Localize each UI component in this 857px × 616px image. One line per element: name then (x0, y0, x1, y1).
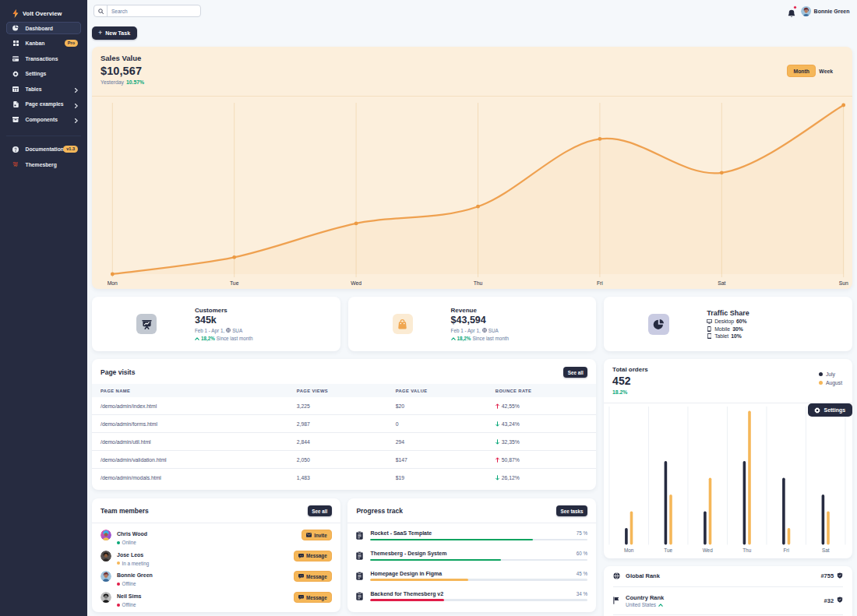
see-all-button[interactable]: See all (563, 367, 587, 378)
cell-bounce-rate: 26,12% (496, 469, 596, 487)
chat-icon (298, 554, 304, 558)
progress-bar (370, 579, 587, 581)
revenue-card: Revenue $43,594 Feb 1 - Apr 1, SUA 18,2%… (348, 297, 597, 351)
cell-page-name[interactable]: /demo/admin/validation.html (92, 451, 297, 469)
progress-name: Backend for Themesberg v2 (370, 591, 443, 597)
cell-page-name[interactable]: /demo/admin/forms.html (92, 415, 297, 433)
legend-dot (819, 372, 823, 376)
sidebar-item-label: Dashboard (26, 26, 79, 31)
avatar[interactable] (101, 530, 111, 540)
stat-icon-col (348, 314, 451, 334)
cell-page-views: 3,225 (297, 397, 396, 415)
traffic-row-tablet: Tablet 10% (707, 333, 848, 339)
page-visits-title: Page visits (101, 368, 135, 376)
notification-dot (793, 5, 797, 9)
member-name[interactable]: Jose Leos (117, 552, 143, 558)
pie-chart-icon (12, 25, 19, 31)
cell-page-name[interactable]: /demo/admin/util.html (92, 433, 297, 451)
avatar[interactable] (801, 5, 812, 16)
sidebar-item-themesberg[interactable]: Themesberg (6, 158, 81, 171)
member-info: Jose LeosIn a meeting (117, 546, 294, 566)
sidebar-brand[interactable]: Volt Overview (0, 8, 87, 19)
user-area: Bonnie Green (788, 5, 849, 16)
clipboard-icon (356, 551, 364, 560)
search-input[interactable] (108, 5, 200, 16)
user-name[interactable]: Bonnie Green (814, 9, 850, 14)
message-button[interactable]: Message (294, 571, 332, 582)
cell-page-name[interactable]: /demo/admin/modals.html (92, 469, 297, 487)
see-all-button[interactable]: See all (308, 505, 332, 516)
sidebar-item-settings[interactable]: Settings (6, 68, 81, 80)
chat-icon (298, 574, 304, 579)
sidebar-item-transactions[interactable]: Transactions (6, 52, 81, 65)
progress-row: Themesberg - Design System60 % (356, 546, 587, 566)
table-row: /demo/admin/util.html2,84429432,35% (92, 433, 596, 451)
new-task-button[interactable]: + New Task (92, 26, 137, 40)
flag-icon (613, 597, 620, 604)
col-page-value: Page value (396, 384, 496, 397)
sidebar-item-kanban[interactable]: Kanban Pro (6, 37, 81, 50)
message-button[interactable]: Message (294, 551, 332, 561)
bell-icon[interactable] (788, 7, 795, 16)
progress-pct: 60 % (577, 551, 587, 556)
cell-page-value: 294 (396, 433, 496, 451)
traffic-row-desktop: Desktop 60% (707, 319, 848, 324)
sales-title: Sales Value (101, 54, 843, 62)
sidebar-item-components[interactable]: Components (6, 113, 81, 125)
avatar[interactable] (101, 571, 111, 582)
avatar[interactable] (101, 551, 111, 561)
svg-text:Wed: Wed (351, 280, 361, 286)
total-orders-title: Total orders (612, 366, 844, 373)
global-rank-row: Global Rank #755 (613, 566, 843, 587)
sidebar-item-tables[interactable]: Tables (6, 83, 81, 95)
stat-period-text: Feb 1 - Apr 1, (195, 328, 224, 333)
stat-value: 345k (195, 315, 336, 326)
traffic-label: Tablet (714, 333, 728, 339)
member-name[interactable]: Chris Wood (117, 531, 147, 537)
progress-body: Rocket - SaaS Template75 % (370, 530, 587, 540)
traffic-row-mobile: Mobile 30% (707, 326, 848, 332)
sidebar-item-documentation[interactable]: Documentation v1.3 (6, 143, 81, 156)
new-task-label: New Task (105, 30, 130, 36)
month-button[interactable]: Month (787, 65, 815, 77)
member-info: Neil SimsOffline (117, 587, 294, 607)
legend-item: August (819, 380, 842, 385)
progress-row: Rocket - SaaS Template75 % (356, 526, 587, 546)
progress-track-card: Progress track See tasks Rocket - SaaS T… (347, 498, 596, 612)
stat-country: SUA (488, 328, 499, 333)
member-name[interactable]: Bonnie Green (117, 572, 153, 578)
member-status: Offline (117, 581, 294, 586)
sidebar-nav: Dashboard Kanban Pro Transactions Setti (0, 22, 87, 125)
sidebar-item-label: Transactions (26, 56, 79, 62)
sidebar-item-label: Themesberg (26, 162, 79, 167)
stat-body: Traffic Share Desktop 60% Mobile 30% (707, 309, 852, 340)
document-icon (12, 101, 19, 107)
cell-page-name[interactable]: /demo/admin/index.html (92, 397, 297, 415)
week-button[interactable]: Week (819, 69, 833, 74)
member-status: In a meeting (117, 561, 294, 566)
sales-value: $10,567 (101, 65, 843, 77)
member-name[interactable]: Neil Sims (117, 593, 142, 599)
pie-chart-icon (648, 314, 669, 335)
invite-button[interactable]: Invite (302, 530, 331, 540)
col-bounce-rate: Bounce rate (496, 384, 596, 397)
settings-button[interactable]: Settings (808, 403, 852, 417)
table-row: /demo/admin/forms.html2,987043,24% (92, 415, 596, 433)
caret-up-icon (451, 336, 456, 341)
arrow-down-icon (496, 421, 499, 427)
envelope-icon (306, 533, 312, 537)
progress-pct: 75 % (577, 530, 587, 536)
avatar[interactable] (101, 592, 111, 603)
sidebar-item-dashboard[interactable]: Dashboard (6, 22, 81, 34)
message-button[interactable]: Message (294, 592, 332, 603)
arrow-down-icon (496, 475, 499, 480)
progress-name: Homepage Design in Figma (370, 571, 442, 576)
search-input-group (93, 5, 201, 17)
gear-icon (814, 407, 820, 414)
stat-delta: 18,2% Since last month (451, 336, 592, 341)
progress-body: Themesberg - Design System60 % (370, 551, 587, 561)
svg-text:Fri: Fri (784, 547, 789, 553)
sidebar-item-page-examples[interactable]: Page examples (6, 98, 81, 111)
sales-range-toggle: Month Week (787, 65, 833, 77)
see-tasks-button[interactable]: See tasks (556, 505, 587, 516)
